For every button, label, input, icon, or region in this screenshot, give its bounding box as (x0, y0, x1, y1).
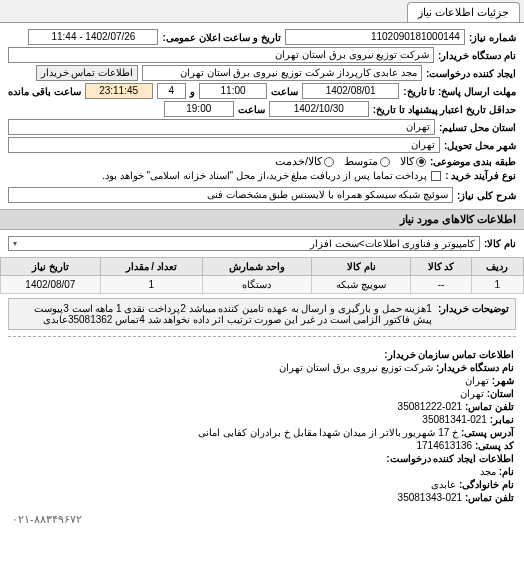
c-creator-header: اطلاعات ایجاد کننده درخواست: (386, 453, 514, 464)
tab-details[interactable]: جزئیات اطلاعات نیاز (407, 2, 520, 22)
field-deadline-date: 1402/08/01 (302, 83, 399, 99)
radio-service-label: کالا/خدمت (275, 155, 322, 168)
th-index: ردیف (471, 258, 523, 276)
label-city: شهر محل تحویل: (444, 140, 516, 151)
table-header-row: ردیف کد کالا نام کالا واحد شمارش تعداد /… (1, 258, 524, 276)
c-family-label: نام خانوادگی: (459, 479, 514, 490)
divider (8, 336, 516, 337)
th-date: تاریخ نیاز (1, 258, 101, 276)
label-time2: ساعت (238, 104, 265, 115)
field-city: تهران (8, 137, 440, 153)
main-form: شماره نیاز: 1102090181000144 تاریخ و ساع… (0, 23, 524, 209)
c-family: عابدی (431, 479, 456, 490)
tab-bar: جزئیات اطلاعات نیاز (0, 0, 524, 23)
label-deadline: مهلت ارسال پاسخ: تا تاریخ: (403, 86, 516, 97)
goods-table: ردیف کد کالا نام کالا واحد شمارش تعداد /… (0, 257, 524, 294)
label-time1: ساعت (271, 86, 298, 97)
field-remaining-days: 4 (157, 83, 186, 99)
field-province: تهران (8, 119, 435, 135)
footer-phone: ۰۲۱-۸۸۳۴۹۶۷۲ (0, 509, 524, 530)
field-deadline-time: 11:00 (199, 83, 267, 99)
c-cphone: 021-35081343 (398, 492, 463, 503)
field-desc: سوئیچ شبکه سیسکو همراه با لایسنس طبق مشخ… (8, 187, 453, 203)
label-and: و (190, 86, 195, 97)
c-cphone-label: تلفن تماس: (465, 492, 514, 503)
label-budget: طبقه بندی موضوعی: (430, 156, 516, 167)
field-creator: مجد عابدی کارپرداز شرکت توزیع نیروی برق … (142, 65, 422, 81)
field-validity-time: 19:00 (164, 101, 234, 117)
field-announce: 1402/07/26 - 11:44 (28, 29, 158, 45)
contact-header: اطلاعات تماس سازمان خریدار: (384, 349, 514, 360)
process-note: پرداخت تماما پس از دریافت مبلغ خرید،از م… (102, 170, 427, 181)
label-category: نام کالا: (484, 238, 516, 249)
c-name-label: نام: (499, 466, 514, 477)
c-prov-label: استان: (487, 388, 514, 399)
label-desc: شرح کلی نیاز: (457, 190, 516, 201)
c-city-label: شهر: (492, 375, 514, 386)
goods-header: اطلاعات کالاهای مورد نیاز (0, 209, 524, 230)
buyer-note-text: 1هزینه حمل و بارگیری و ارسال به عهده تام… (15, 303, 432, 325)
checkbox-process[interactable] (431, 171, 441, 181)
label-number: شماره نیاز: (469, 32, 516, 43)
field-number: 1102090181000144 (285, 29, 465, 45)
buyer-contact-button[interactable]: اطلاعات تماس خریدار (36, 65, 139, 81)
contact-section: اطلاعات تماس سازمان خریدار: نام دستگاه خ… (0, 343, 524, 509)
buyer-note-box: توضیحات خریدار: 1هزینه حمل و بارگیری و ا… (8, 298, 516, 330)
c-fax: 021-35081341 (422, 414, 487, 425)
label-process: نوع فرآیند خرید : (445, 170, 516, 181)
cell-name: سوییچ شبکه (312, 276, 411, 294)
chevron-down-icon: ▾ (13, 239, 17, 248)
cell-qty: 1 (100, 276, 202, 294)
c-addr: خ 17 شهریور بالاتر از میدان شهدا مقابل خ… (198, 427, 458, 438)
label-province: استان محل تسلیم: (439, 122, 516, 133)
c-name: مجد (480, 466, 496, 477)
c-phone: 021-35081222 (398, 401, 463, 412)
label-buyer-org: نام دستگاه خریدار: (438, 50, 516, 61)
th-name: نام کالا (312, 258, 411, 276)
label-announce: تاریخ و ساعت اعلان عمومی: (162, 32, 280, 43)
radio-goods-label: کالا (400, 155, 414, 168)
c-prov: تهران (460, 388, 484, 399)
c-postal: 1714613136 (416, 440, 472, 451)
label-remaining: ساعت باقی مانده (8, 86, 81, 97)
category-value: کامپیوتر و فناوری اطلاعات>سخت افزار (310, 238, 475, 249)
cell-code: -- (411, 276, 471, 294)
th-qty: تعداد / مقدار (100, 258, 202, 276)
c-city: تهران (465, 375, 489, 386)
field-remaining-time: 23:11:45 (85, 83, 153, 99)
c-phone-label: تلفن تماس: (465, 401, 514, 412)
c-org: شرکت توزیع نیروی برق استان تهران (279, 362, 433, 373)
buyer-note-label: توضیحات خریدار: (438, 303, 509, 325)
cell-unit: دستگاه (202, 276, 311, 294)
field-validity-date: 1402/10/30 (269, 101, 369, 117)
cell-date: 1402/08/07 (1, 276, 101, 294)
c-addr-label: آدرس پستی: (461, 427, 514, 438)
cell-index: 1 (471, 276, 523, 294)
category-select[interactable]: کامپیوتر و فناوری اطلاعات>سخت افزار ▾ (8, 236, 480, 251)
table-row[interactable]: 1 -- سوییچ شبکه دستگاه 1 1402/08/07 (1, 276, 524, 294)
label-validity: حداقل تاریخ اعتبار پیشنهاد تا تاریخ: (373, 104, 516, 115)
radio-goods[interactable] (416, 157, 426, 167)
radio-group-type: کالا متوسط کالا/خدمت (275, 155, 426, 168)
radio-service[interactable] (324, 157, 334, 167)
c-postal-label: کد پستی: (475, 440, 514, 451)
c-org-label: نام دستگاه خریدار: (436, 362, 514, 373)
c-fax-label: نمابر: (490, 414, 514, 425)
th-code: کد کالا (411, 258, 471, 276)
th-unit: واحد شمارش (202, 258, 311, 276)
radio-medium[interactable] (380, 157, 390, 167)
label-creator: ایجاد کننده درخواست: (426, 68, 516, 79)
radio-medium-label: متوسط (344, 155, 378, 168)
field-buyer-org: شرکت توزیع نیروی برق استان تهران (8, 47, 434, 63)
